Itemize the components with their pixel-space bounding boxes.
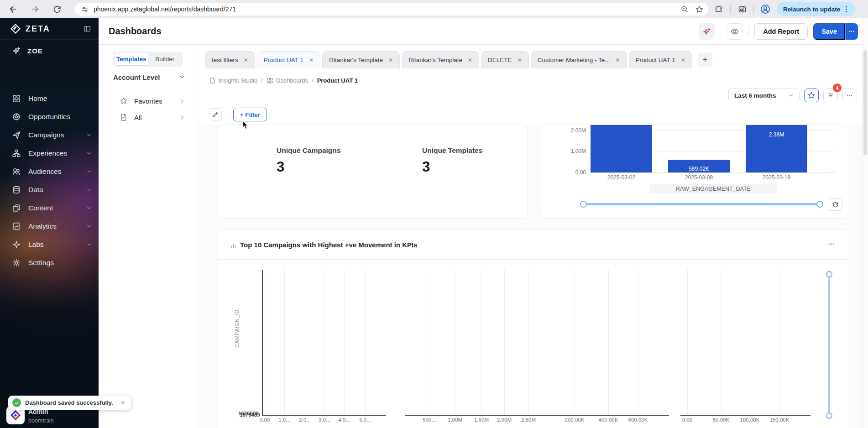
account-level-section[interactable]: Account Level bbox=[113, 71, 186, 84]
dashboard-tab[interactable]: Ritankar's Template✕ bbox=[322, 51, 400, 68]
browser-forward-icon[interactable] bbox=[27, 1, 43, 17]
tab-close-icon[interactable]: ✕ bbox=[244, 57, 248, 63]
edit-pencil-button[interactable] bbox=[209, 108, 222, 121]
vertical-slider-handle-bottom[interactable] bbox=[826, 412, 832, 419]
browser-reload-icon[interactable] bbox=[49, 1, 65, 17]
tab-close-icon[interactable]: ✕ bbox=[468, 57, 472, 63]
breadcrumb-item[interactable]: Dashboards bbox=[267, 77, 308, 84]
chart-more-options-button[interactable]: ⋯ bbox=[828, 240, 835, 247]
chart-refresh-button[interactable] bbox=[828, 198, 842, 211]
add-tab-button[interactable]: + bbox=[698, 52, 712, 67]
site-settings-icon[interactable] bbox=[80, 5, 89, 14]
dashboard-tab[interactable]: Ritankar's Template✕ bbox=[402, 51, 479, 68]
y-axis-tick: 1676489 bbox=[240, 412, 260, 418]
chrome-separator bbox=[730, 5, 731, 14]
zoom-page-icon[interactable] bbox=[680, 5, 689, 13]
dashboard-tab[interactable]: Product UAT 1✕ bbox=[257, 51, 320, 68]
tab-close-icon[interactable]: ✕ bbox=[681, 57, 685, 63]
filters-toggle-button[interactable]: 4 bbox=[823, 89, 838, 102]
extensions-icon[interactable] bbox=[711, 1, 727, 17]
save-button[interactable]: Save bbox=[813, 23, 845, 40]
x-axis-tick: 400.00K bbox=[599, 417, 618, 423]
gridline bbox=[721, 270, 722, 415]
save-more-button[interactable]: ⋯ bbox=[845, 23, 858, 40]
chart-range-slider-track[interactable] bbox=[583, 203, 820, 205]
sidebar-item-audiences[interactable]: Audiences bbox=[0, 162, 99, 181]
tab-close-icon[interactable]: ✕ bbox=[518, 57, 522, 63]
sidebar-item-label: Content bbox=[28, 204, 86, 212]
dashboard-tab[interactable]: Customer Marketing - Te...✕ bbox=[531, 51, 627, 68]
sidebar-item-analytics[interactable]: Analytics bbox=[0, 217, 99, 235]
x-axis-tick: 150.00K bbox=[770, 417, 790, 423]
dashboard-tab[interactable]: DELETE✕ bbox=[481, 51, 529, 68]
sidebar-item-labs[interactable]: Labs bbox=[0, 235, 99, 254]
sidebar-item-label: Data bbox=[28, 186, 86, 194]
engagement-chart-card: RAW_ENGAGEMENT_DATE 2.00M1.00M0.002025-0… bbox=[540, 125, 848, 219]
page-title: Dashboards bbox=[109, 26, 699, 37]
chrome-menu-icon[interactable]: ⋮ bbox=[840, 5, 852, 13]
panel-tab-builder[interactable]: Builder bbox=[148, 53, 182, 65]
sidebar-collapse-icon[interactable] bbox=[83, 25, 91, 33]
zoe-assistant-button[interactable] bbox=[699, 23, 715, 40]
favorite-star-button[interactable] bbox=[804, 89, 819, 102]
tab-label: Ritankar's Template bbox=[408, 57, 462, 63]
sidebar-item-all[interactable]: All bbox=[120, 110, 186, 124]
breadcrumb-label: Insights Studio bbox=[219, 77, 257, 84]
page-scrollbar[interactable] bbox=[862, 18, 868, 428]
slider-handle-right[interactable] bbox=[816, 201, 823, 208]
toast-close-icon[interactable]: ✕ bbox=[120, 399, 125, 406]
sidebar-item-campaigns[interactable]: Campaigns bbox=[0, 126, 99, 144]
chevron-down-icon bbox=[788, 92, 795, 99]
profile-avatar-icon[interactable] bbox=[758, 1, 773, 17]
url-text[interactable]: phoenix.app.zetaglobal.net/reports/dashb… bbox=[94, 5, 680, 13]
divider bbox=[0, 62, 99, 62]
chrome-separator bbox=[753, 5, 754, 14]
address-bar[interactable]: phoenix.app.zetaglobal.net/reports/dashb… bbox=[75, 3, 708, 16]
sidebar-item-favorites[interactable]: Favorites bbox=[120, 94, 186, 108]
sidebar-item-experiences[interactable]: Experiences bbox=[0, 144, 99, 162]
x-axis-tick: 2.00M bbox=[497, 417, 512, 423]
more-options-button[interactable]: ⋯ bbox=[842, 89, 857, 102]
breadcrumb-item[interactable]: Insights Studio bbox=[209, 77, 257, 84]
tab-label: DELETE bbox=[488, 57, 512, 63]
preview-eye-button[interactable] bbox=[727, 23, 743, 40]
vertical-slider-handle-top[interactable] bbox=[826, 271, 832, 277]
add-filter-button[interactable]: + Filter bbox=[233, 108, 267, 121]
add-report-button[interactable]: Add Report bbox=[754, 23, 808, 40]
kpi-divider bbox=[373, 144, 373, 188]
side-panel-icon[interactable] bbox=[734, 1, 750, 17]
top10-campaigns-card: Top 10 Campaigns with Highest +ve Moveme… bbox=[218, 230, 848, 428]
sidebar-item-zoe[interactable]: ZOE bbox=[0, 40, 99, 62]
dashboard-tab[interactable]: test filters✕ bbox=[205, 51, 255, 68]
sidebar-item-label: Labs bbox=[28, 240, 86, 249]
bookmark-star-icon[interactable] bbox=[695, 5, 704, 14]
vertical-range-slider-track[interactable] bbox=[828, 274, 830, 416]
relaunch-to-update-button[interactable]: Relaunch to update ⋮ bbox=[777, 2, 855, 16]
y-axis-tick: 2.00M bbox=[559, 127, 586, 134]
x-axis-tick: 2.50M bbox=[521, 417, 536, 423]
sidebar-item-home[interactable]: Home bbox=[0, 89, 99, 108]
tab-close-icon[interactable]: ✕ bbox=[616, 57, 620, 63]
breadcrumb-label: Dashboards bbox=[276, 77, 308, 84]
x-axis-tick: 1.50M bbox=[474, 417, 489, 423]
tab-label: Customer Marketing - Te... bbox=[538, 57, 610, 63]
sidebar-item-content[interactable]: Content bbox=[0, 199, 99, 217]
users-icon bbox=[12, 167, 21, 176]
tab-close-icon[interactable]: ✕ bbox=[309, 57, 314, 63]
tab-close-icon[interactable]: ✕ bbox=[388, 57, 393, 63]
success-check-icon bbox=[12, 398, 21, 407]
sidebar-item-opportunities[interactable]: Opportunities bbox=[0, 108, 99, 126]
chevron-down-icon bbox=[86, 205, 92, 211]
sidebar-item-data[interactable]: Data bbox=[0, 181, 99, 199]
browser-back-icon[interactable] bbox=[5, 1, 21, 17]
panel-tab-templates[interactable]: Templates bbox=[115, 53, 148, 65]
x-axis-tick: 2025-03-02 bbox=[585, 174, 658, 181]
bar-chart-icon bbox=[230, 242, 237, 249]
slider-handle-left[interactable] bbox=[580, 201, 587, 208]
relaunch-label: Relaunch to update bbox=[783, 6, 840, 13]
gridline bbox=[779, 270, 780, 415]
sidebar-item-settings[interactable]: Settings bbox=[0, 254, 99, 272]
scrollbar-thumb[interactable] bbox=[863, 50, 867, 155]
dashboard-tab[interactable]: Product UAT 1✕ bbox=[629, 51, 692, 68]
date-range-select[interactable]: Last 6 months bbox=[728, 89, 800, 102]
